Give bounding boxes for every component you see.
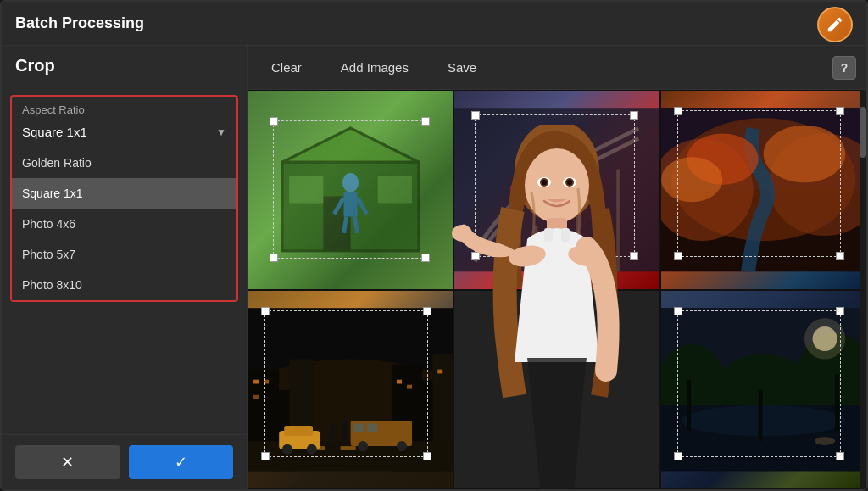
svg-point-5	[342, 173, 359, 192]
main-layout: Crop Aspect Ratio Square 1x1 ▼ Golden Ra…	[2, 46, 866, 489]
svg-point-58	[342, 420, 348, 428]
image-cell-lake[interactable]	[660, 290, 866, 490]
app-title: Batch Processing	[15, 14, 144, 32]
scrollbar-thumb[interactable]	[860, 107, 866, 158]
svg-rect-41	[407, 384, 412, 388]
confirm-button[interactable]: ✓	[129, 445, 234, 479]
svg-rect-42	[437, 369, 442, 373]
image-cell-autumn[interactable]	[660, 90, 866, 290]
left-panel: Crop Aspect Ratio Square 1x1 ▼ Golden Ra…	[2, 46, 248, 489]
svg-point-28	[661, 157, 722, 202]
svg-rect-37	[253, 379, 259, 383]
svg-point-65	[682, 405, 845, 435]
svg-rect-51	[353, 423, 364, 432]
right-panel: Clear Add Images Save ?	[248, 46, 866, 489]
svg-line-10	[354, 217, 357, 233]
svg-rect-71	[758, 389, 762, 440]
left-panel-spacer	[2, 310, 247, 434]
dropdown-selected-value: Square 1x1	[22, 125, 87, 139]
image-lake	[661, 291, 865, 489]
svg-rect-70	[835, 374, 839, 430]
add-images-button[interactable]: Add Images	[334, 57, 415, 78]
image-cell-woman[interactable]	[453, 290, 659, 490]
svg-point-27	[763, 126, 845, 183]
svg-point-54	[397, 441, 407, 451]
dropdown-option-square-1x1[interactable]: Square 1x1	[12, 178, 236, 209]
aspect-ratio-label: Aspect Ratio	[12, 97, 236, 120]
aspect-ratio-dropdown[interactable]: Square 1x1 ▼	[12, 120, 236, 148]
image-cell-roller[interactable]	[453, 90, 659, 290]
dropdown-option-photo-8x10[interactable]: Photo 8x10	[12, 270, 236, 300]
aspect-ratio-section: Aspect Ratio Square 1x1 ▼ Golden Ratio S…	[10, 95, 238, 302]
dropdown-option-golden-ratio[interactable]: Golden Ratio	[12, 148, 236, 178]
chevron-down-icon: ▼	[216, 126, 226, 138]
image-roller	[454, 91, 659, 289]
svg-point-68	[815, 437, 835, 445]
image-city	[248, 291, 453, 489]
svg-rect-45	[341, 446, 356, 450]
svg-rect-69	[687, 379, 691, 430]
image-cell-city[interactable]	[248, 290, 453, 490]
image-cell-greenhouse[interactable]	[248, 90, 453, 290]
help-button[interactable]: ?	[832, 56, 856, 80]
clear-button[interactable]: Clear	[264, 57, 309, 78]
dropdown-option-photo-4x6[interactable]: Photo 4x6	[12, 209, 236, 239]
svg-rect-55	[331, 428, 335, 443]
svg-point-53	[358, 441, 368, 451]
svg-rect-4	[378, 176, 412, 204]
svg-point-56	[329, 422, 335, 431]
svg-rect-38	[264, 379, 269, 383]
svg-rect-3	[289, 176, 323, 204]
svg-point-49	[307, 444, 317, 454]
left-panel-actions: ✕ ✓	[2, 434, 247, 489]
svg-rect-6	[344, 192, 358, 217]
app-container: Batch Processing Crop Aspect Ratio Squar…	[0, 0, 868, 491]
title-bar: Batch Processing	[2, 2, 866, 46]
crop-header: Crop	[2, 46, 247, 86]
dropdown-option-photo-5x7[interactable]: Photo 5x7	[12, 239, 236, 270]
svg-rect-40	[397, 379, 402, 383]
svg-point-67	[804, 318, 845, 359]
svg-rect-52	[367, 423, 377, 432]
svg-rect-47	[284, 425, 313, 435]
image-greenhouse	[248, 91, 453, 289]
svg-line-9	[344, 217, 347, 233]
cancel-button[interactable]: ✕	[15, 445, 120, 479]
svg-rect-39	[253, 394, 259, 399]
svg-point-20	[526, 173, 535, 181]
image-grid	[248, 90, 866, 489]
dropdown-options-list: Golden Ratio Square 1x1 Photo 4x6 Photo …	[12, 148, 236, 300]
save-button[interactable]: Save	[441, 57, 483, 78]
scrollbar[interactable]	[860, 90, 866, 489]
svg-marker-1	[282, 128, 419, 162]
image-autumn	[661, 91, 865, 289]
svg-point-48	[282, 444, 292, 454]
toolbar: Clear Add Images Save ?	[248, 46, 866, 90]
svg-point-19	[514, 175, 522, 183]
pencil-icon-button[interactable]	[817, 7, 853, 42]
svg-rect-57	[342, 427, 347, 443]
